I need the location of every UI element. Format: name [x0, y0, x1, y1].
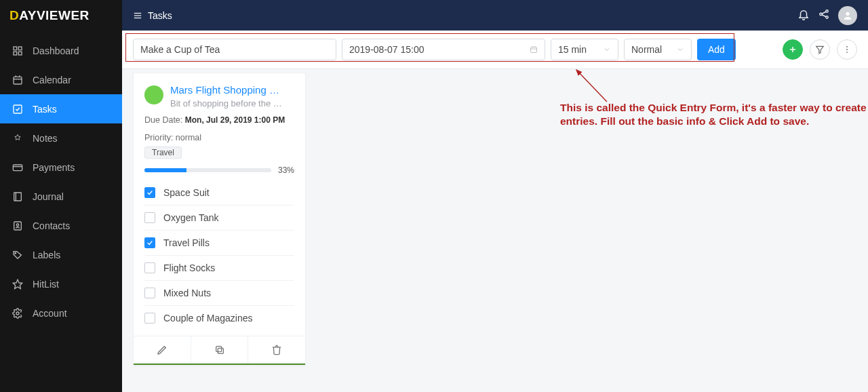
pin-icon — [12, 133, 23, 144]
annotation-arrow — [570, 64, 610, 105]
svg-rect-0 — [14, 47, 17, 50]
add-button[interactable]: Add — [697, 39, 736, 60]
sidebar-item-label: Contacts — [33, 220, 70, 231]
sidebar-item-label: Calendar — [33, 75, 71, 85]
checklist-label: Oxygen Tank — [163, 212, 218, 223]
svg-line-24 — [822, 12, 826, 14]
prio-label: Priority: — [144, 133, 176, 142]
sidebar-item-label: Notes — [33, 133, 58, 144]
more-vertical-icon — [842, 45, 852, 54]
card-edit-button[interactable] — [134, 336, 191, 364]
svg-point-26 — [846, 12, 849, 15]
date-value: 2019-08-07 15:00 — [349, 44, 425, 55]
checklist-item[interactable]: Oxygen Tank — [144, 205, 294, 231]
checklist-item[interactable]: Couple of Magazines — [144, 306, 294, 330]
share-nodes-icon — [818, 8, 830, 20]
sidebar-item-label: HitList — [33, 279, 59, 290]
checkbox[interactable] — [144, 313, 155, 324]
header-menu-toggle[interactable]: Tasks — [133, 10, 172, 21]
svg-rect-38 — [218, 348, 223, 353]
user-avatar[interactable] — [838, 6, 857, 25]
card-title-link[interactable]: Mars Flight Shopping … — [170, 84, 282, 96]
svg-rect-11 — [14, 193, 22, 201]
card-tag[interactable]: Travel — [144, 146, 182, 159]
topbar: Tasks — [122, 0, 868, 31]
checkbox-icon — [12, 104, 23, 115]
task-card: Mars Flight Shopping … Bit of shopping b… — [133, 73, 306, 366]
chevron-down-icon — [603, 45, 611, 54]
sidebar-item-notes[interactable]: Notes — [0, 123, 122, 153]
progress-percent: 33% — [278, 165, 294, 175]
checklist-item[interactable]: Flight Socks — [144, 256, 294, 281]
checkbox[interactable] — [144, 212, 155, 223]
svg-point-34 — [846, 46, 848, 47]
toolbar-right — [783, 39, 857, 60]
sidebar-nav: Dashboard Calendar Tasks Notes Payments … — [0, 36, 122, 328]
quickentry-duration-select[interactable]: 15 min — [551, 39, 618, 60]
sidebar-item-label: Payments — [33, 162, 75, 173]
sidebar-item-payments[interactable]: Payments — [0, 153, 122, 182]
svg-point-21 — [820, 13, 822, 15]
quick-entry-form: Make a Cup of Tea 2019-08-07 15:00 15 mi… — [122, 31, 868, 69]
star-icon — [12, 279, 23, 290]
check-icon — [146, 189, 153, 196]
svg-rect-1 — [18, 47, 22, 50]
sidebar-item-account[interactable]: Account — [0, 298, 122, 328]
filter-button[interactable] — [810, 39, 830, 60]
gear-icon — [12, 308, 23, 319]
checklist-item[interactable]: Travel Pills — [144, 231, 294, 256]
input-value: Make a Cup of Tea — [140, 44, 220, 55]
sidebar-item-journal[interactable]: Journal — [0, 182, 122, 211]
svg-point-35 — [846, 49, 848, 50]
svg-line-25 — [822, 15, 826, 17]
annotation-text: This is called the Quick Entry Form, it'… — [560, 101, 868, 128]
notifications-button[interactable] — [797, 8, 810, 22]
quickentry-date-input[interactable]: 2019-08-07 15:00 — [342, 39, 545, 60]
checkbox[interactable] — [144, 187, 155, 198]
card-avatar — [144, 85, 163, 104]
sidebar-item-calendar[interactable]: Calendar — [0, 65, 122, 94]
svg-rect-8 — [14, 105, 22, 113]
filter-icon — [815, 45, 825, 54]
checkbox[interactable] — [144, 288, 155, 298]
sidebar: DAYVIEWER Dashboard Calendar Tasks Notes… — [0, 0, 122, 392]
sidebar-item-dashboard[interactable]: Dashboard — [0, 36, 122, 65]
user-icon — [842, 10, 853, 21]
sidebar-item-tasks[interactable]: Tasks — [0, 94, 122, 123]
svg-marker-33 — [816, 46, 824, 54]
quickentry-priority-select[interactable]: Normal — [624, 39, 692, 60]
calendar-icon — [530, 45, 538, 54]
card-delete-button[interactable] — [248, 336, 305, 364]
sidebar-item-hitlist[interactable]: HitList — [0, 269, 122, 298]
svg-point-15 — [15, 252, 16, 254]
checklist-item[interactable]: Mixed Nuts — [144, 281, 294, 306]
share-button[interactable] — [818, 8, 830, 22]
sidebar-item-labels[interactable]: Labels — [0, 240, 122, 269]
select-value: 15 min — [558, 44, 587, 55]
checkbox[interactable] — [144, 262, 155, 273]
checkbox[interactable] — [144, 237, 155, 248]
book-icon — [12, 191, 23, 202]
brand-d: D — [9, 8, 19, 23]
checklist-label: Couple of Magazines — [163, 313, 253, 324]
checklist-label: Flight Socks — [163, 262, 215, 273]
brand-rest: AYVIEWER — [19, 8, 90, 23]
card-copy-button[interactable] — [191, 336, 249, 364]
more-button[interactable] — [837, 39, 857, 60]
svg-rect-4 — [14, 77, 22, 84]
sidebar-item-label: Dashboard — [33, 45, 79, 56]
chevron-down-icon — [676, 45, 684, 54]
menu-icon — [133, 11, 142, 20]
select-value: Normal — [631, 44, 662, 55]
prio-value: normal — [176, 133, 201, 142]
sidebar-item-contacts[interactable]: Contacts — [0, 211, 122, 240]
svg-rect-9 — [13, 165, 22, 171]
contacts-icon — [12, 220, 23, 231]
sidebar-item-label: Tasks — [33, 104, 57, 115]
new-entry-button[interactable] — [783, 39, 803, 60]
checklist-item[interactable]: Space Suit — [144, 180, 294, 205]
progress-bar — [144, 168, 271, 172]
svg-rect-39 — [216, 347, 221, 352]
svg-point-14 — [16, 224, 18, 226]
quickentry-title-input[interactable]: Make a Cup of Tea — [133, 39, 336, 60]
